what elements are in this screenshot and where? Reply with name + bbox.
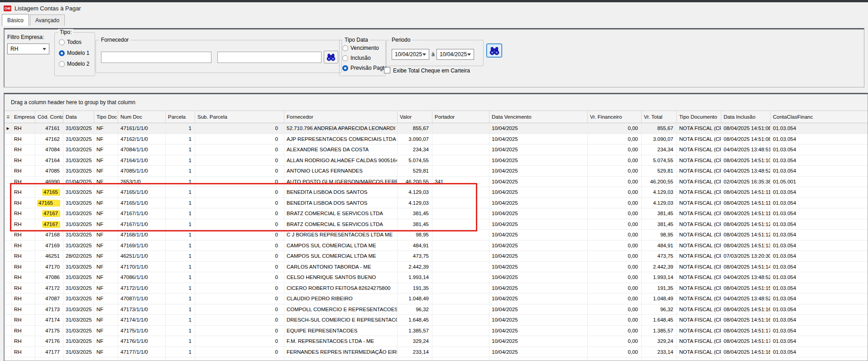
grid-row[interactable]: RH4708731/03/2025NF47087/1/1/010CLAUDIO … [5,294,868,304]
cell-inclusao[interactable]: 08/04/2025 14:51:12 [721,219,771,230]
cell-conta[interactable]: 01.03.054 [771,347,868,357]
cell-sub_parcela[interactable]: 0 [195,144,284,155]
cell-tipo_documento[interactable]: NOTA FISCAL (CP) [677,230,721,240]
cell-conta[interactable]: 01.03.054 [771,251,868,261]
cell-empresa[interactable]: RH [12,304,35,315]
cell-vr_total[interactable]: 529,81 [642,166,677,176]
cell-sub_parcela[interactable]: 0 [195,294,284,304]
cell-tipo_doc[interactable]: NF [94,304,118,315]
cell-vr_fin[interactable]: 0,00 [588,326,642,336]
cell-fornecedor[interactable]: CAMPOS SUL COMERCIAL LTDA ME [284,241,398,251]
cell-fornecedor[interactable]: CARLOS ANTONIO TABORDA - ME [284,262,398,272]
cell-num_doc[interactable]: 47168/1/1/0 [118,230,166,240]
tab-avancado[interactable]: Avançado [30,14,65,26]
cell-inclusao[interactable]: 08/04/2025 14:51:13 [721,241,771,251]
grid-row[interactable]: RH4716531/03/2025NF47165/1/1/010BENEDITA… [5,198,868,209]
column-header-fornecedor[interactable]: Fornecedor [284,111,398,123]
cell-parcela[interactable]: 1 [166,315,195,325]
cell-vr_fin[interactable]: 0,00 [588,134,642,144]
cell-num_doc[interactable]: 46251/1/1/0 [118,251,166,261]
cell-valor[interactable]: 233,14 [398,347,432,357]
cell-data[interactable]: 31/03/2025 [63,166,94,176]
column-header-data[interactable]: Data [63,111,94,123]
cell-vr_total[interactable]: 4.129,03 [642,187,677,197]
exibe-total-checkbox[interactable] [384,67,390,73]
cell-fornecedor[interactable]: DRESCH-SUL COMERCIO E REPRESENTACOES LTD… [284,315,398,325]
grid-row[interactable]: RH4717731/03/2025NF47177/1/1/010FERNANDE… [5,347,868,358]
cell-venc[interactable]: 10/04/2025 [489,251,588,261]
cell-parcela[interactable]: 1 [166,230,195,240]
cell-conta[interactable]: 01.03.054 [771,241,868,251]
cell-vr_total[interactable]: 260,35 [642,357,677,361]
cell-cod[interactable]: 47162 [35,134,63,144]
cell-parcela[interactable]: 1 [166,336,195,347]
cell-sub_parcela[interactable]: 0 [195,134,284,144]
cell-venc[interactable]: 10/04/2025 [489,219,588,230]
radio-modelo1-circle[interactable] [59,50,65,56]
cell-fornecedor[interactable]: CLAUDIO PEDRO RIBEIRO [284,294,398,304]
cell-data[interactable]: 31/03/2025 [63,208,94,219]
grid-row[interactable]: RH4716731/03/2025NF47167/1/1/010BRATZ CO… [5,208,868,219]
cell-fornecedor[interactable]: H F J REPRESENTACOES LTDA [284,357,398,361]
cell-fornecedor[interactable]: AUTO POSTO GLM (GERSON/MARCOS FERRAZZO) [284,177,398,187]
cell-fornecedor[interactable]: CAMPOS SUL COMERCIAL LTDA ME [284,251,398,261]
radio-modelo2-circle[interactable] [59,61,65,67]
cell-vr_total[interactable]: 1.993,14 [642,272,677,283]
cell-conta[interactable]: 01.03.054 [771,198,868,208]
column-header-sub-parcela[interactable]: Sub. Parcela [195,111,284,123]
cell-data[interactable]: 31/03/2025 [63,144,94,155]
cell-inclusao[interactable]: 08/04/2025 14:51:15 [721,283,771,294]
grid-row[interactable]: RH4717331/03/2025NF47173/1/1/010COMPOLL … [5,304,868,315]
column-header-portador[interactable]: Portador [432,111,489,123]
cell-num_doc[interactable]: 47085/1/1/0 [118,166,166,176]
grid-row[interactable]: RH4717031/03/2025NF47170/1/1/010CARLOS A… [5,262,868,273]
cell-tipo_documento[interactable]: NOTA FISCAL (CP) [677,155,721,166]
cell-empresa[interactable]: RH [12,315,35,325]
cell-fornecedor[interactable]: ALLAN RODRIGO ALHADEF CALDAS 9005164220 [284,155,398,166]
radio-previsao-circle[interactable] [342,65,348,71]
cell-tipo_doc[interactable]: NF [94,134,118,144]
cell-data[interactable]: 31/03/2025 [63,283,94,294]
cell-vr_fin[interactable]: 0,00 [588,177,642,187]
cell-data[interactable]: 31/03/2025 [63,304,94,315]
cell-venc[interactable]: 10/04/2025 [489,208,588,219]
cell-sub_parcela[interactable]: 0 [195,326,284,336]
cell-cod[interactable]: 47174 [35,315,63,325]
cell-valor[interactable]: 2.442,39 [398,262,432,272]
cell-data[interactable]: 31/03/2025 [63,155,94,166]
cell-valor[interactable]: 234,34 [398,144,432,155]
cell-venc[interactable]: 10/04/2025 [489,315,588,325]
cell-valor[interactable]: 96,32 [398,304,432,315]
column-header-contaclasfinanc[interactable]: ContaClasFinanc [771,111,868,123]
cell-venc[interactable]: 10/04/2025 [489,123,588,134]
cell-sub_parcela[interactable]: 0 [195,187,284,197]
cell-portador[interactable] [432,187,489,197]
cell-vr_total[interactable]: 381,45 [642,219,677,230]
cell-inclusao[interactable]: 04/04/2025 13:48:52 [721,272,771,283]
cell-tipo_documento[interactable]: NOTA FISCAL (CP) [677,262,721,272]
cell-parcela[interactable]: 1 [166,272,195,283]
cell-data[interactable]: 31/03/2025 [63,315,94,325]
cell-valor[interactable]: 1.648,45 [398,315,432,325]
cell-parcela[interactable]: 1 [166,123,195,134]
cell-venc[interactable]: 10/04/2025 [489,198,588,208]
cell-empresa[interactable]: RH [12,177,35,187]
cell-cod[interactable]: 47087 [35,294,63,304]
cell-cod[interactable]: 47165 [35,198,63,208]
cell-vr_total[interactable]: 1.385,57 [642,326,677,336]
cell-portador[interactable] [432,230,489,240]
cell-portador[interactable] [432,219,489,230]
cell-vr_total[interactable]: 473,75 [642,251,677,261]
cell-portador[interactable] [432,262,489,272]
cell-empresa[interactable]: RH [12,230,35,240]
cell-num_doc[interactable]: 47169/1/1/0 [118,241,166,251]
periodo-to-select[interactable]: 10/04/2025 [436,49,474,60]
cell-vr_fin[interactable]: 0,00 [588,357,642,361]
cell-inclusao[interactable]: 08/04/2025 14:51:18 [721,347,771,357]
cell-inclusao[interactable]: 08/04/2025 14:51:08 [721,123,771,134]
cell-tipo_doc[interactable]: NF [94,251,118,261]
cell-fornecedor[interactable]: COMPOLL COMERCIO E REPRESENTACOES LTDA [284,304,398,315]
cell-portador[interactable] [432,283,489,294]
cell-tipo_documento[interactable]: NOTA FISCAL (CP) [677,336,721,347]
cell-tipo_doc[interactable]: NF [94,357,118,361]
